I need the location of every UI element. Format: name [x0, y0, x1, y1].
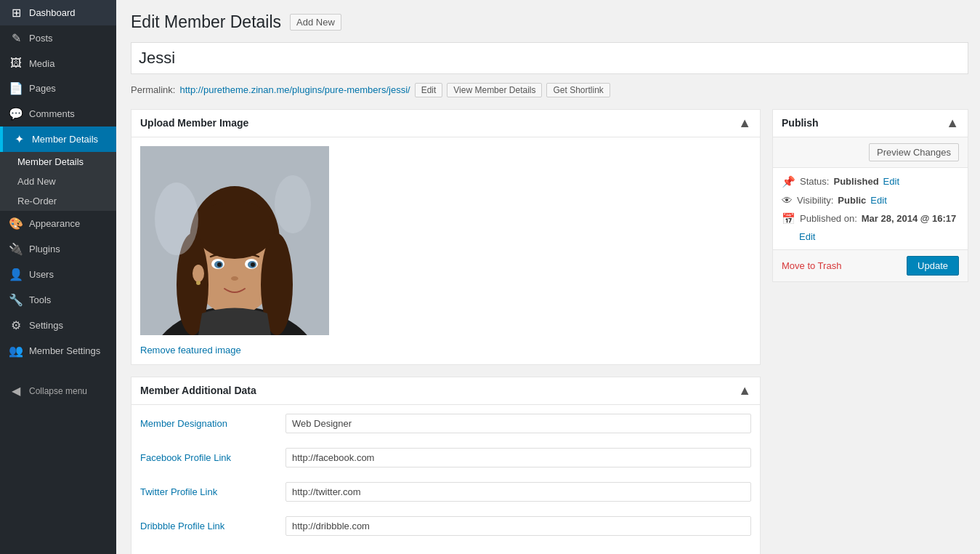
remove-image-link[interactable]: Remove featured image	[140, 345, 241, 356]
twitter-input[interactable]	[286, 482, 751, 502]
tools-icon: 🔧	[9, 293, 23, 307]
sidebar-item-settings[interactable]: ⚙ Settings	[0, 313, 116, 338]
page-title: Edit Member Details	[131, 12, 281, 33]
status-icon: 📌	[782, 175, 795, 188]
status-label: Status:	[800, 176, 829, 187]
upload-image-title: Upload Member Image	[140, 117, 248, 129]
sidebar-item-pages[interactable]: 📄 Pages	[0, 76, 116, 101]
appearance-icon: 🎨	[9, 217, 23, 230]
published-value: Mar 28, 2014 @ 16:17	[862, 213, 956, 224]
calendar-icon: 📅	[782, 212, 795, 225]
sidebar-item-media[interactable]: 🖼 Media	[0, 51, 116, 76]
publish-title: Publish	[782, 117, 819, 129]
move-to-trash-link[interactable]: Move to Trash	[782, 260, 841, 271]
visibility-edit-link[interactable]: Edit	[870, 195, 886, 206]
sidebar-item-users[interactable]: 👤 Users	[0, 262, 116, 287]
get-shortlink-button[interactable]: Get Shortlink	[546, 83, 610, 97]
twitter-label: Twitter Profile Link	[140, 486, 286, 497]
svg-point-16	[231, 276, 238, 281]
sidebar-subitem-re-order[interactable]: Re-Order	[9, 191, 116, 211]
sidebar-subitem-member-details[interactable]: Member Details	[9, 152, 116, 172]
additional-data-body: Member Designation Facebook Profile Link…	[131, 405, 760, 554]
facebook-input[interactable]	[286, 448, 751, 467]
permalink-edit-button[interactable]: Edit	[415, 83, 443, 97]
member-image-container	[140, 146, 329, 337]
additional-data-metabox: Member Additional Data ▲ Member Designat…	[131, 377, 761, 554]
posts-icon: ✎	[9, 31, 23, 45]
upload-image-header[interactable]: Upload Member Image ▲	[131, 110, 760, 137]
view-member-button[interactable]: View Member Details	[447, 83, 542, 97]
preview-changes-button[interactable]: Preview Changes	[869, 143, 959, 161]
member-details-icon: ✦	[12, 132, 26, 146]
sidebar-label-member-settings: Member Settings	[29, 345, 100, 356]
designation-label: Member Designation	[140, 418, 286, 429]
sidebar-subitem-add-new[interactable]: Add New	[9, 172, 116, 191]
upload-image-toggle[interactable]: ▲	[738, 116, 751, 131]
status-edit-link[interactable]: Edit	[883, 176, 899, 187]
sidebar-label-pages: Pages	[29, 83, 56, 94]
permalink-url[interactable]: http://puretheme.zinan.me/plugins/pure-m…	[179, 84, 410, 95]
sidebar-label-member-details: Member Details	[32, 134, 98, 145]
sidebar-sublabel-add-new: Add New	[17, 176, 56, 187]
designation-input[interactable]	[286, 414, 751, 433]
sidebar-item-dashboard[interactable]: ⊞ Dashboard	[0, 0, 116, 25]
upload-image-metabox: Upload Member Image ▲	[131, 109, 761, 365]
content-main: Upload Member Image ▲	[131, 109, 761, 554]
sidebar-item-plugins[interactable]: 🔌 Plugins	[0, 236, 116, 262]
dashboard-icon: ⊞	[9, 6, 23, 20]
svg-point-18	[196, 281, 201, 285]
sidebar-label-posts: Posts	[29, 33, 53, 44]
published-edit-link[interactable]: Edit	[799, 231, 815, 242]
main-content: Edit Member Details Add New Permalink: h…	[116, 0, 980, 554]
media-icon: 🖼	[9, 57, 23, 70]
update-button[interactable]: Update	[907, 256, 959, 276]
published-row: 📅 Published on: Mar 28, 2014 @ 16:17	[782, 212, 959, 225]
visibility-label: Visibility:	[797, 195, 833, 206]
member-settings-icon: 👥	[9, 344, 23, 358]
additional-data-header[interactable]: Member Additional Data ▲	[131, 377, 760, 405]
sidebar-label-users: Users	[29, 269, 54, 280]
sidebar-item-appearance[interactable]: 🎨 Appearance	[0, 211, 116, 236]
permalink-bar: Permalink: http://puretheme.zinan.me/plu…	[131, 83, 968, 97]
svg-point-17	[193, 265, 204, 282]
permalink-label: Permalink:	[131, 84, 175, 95]
publish-actions-top: Preview Changes	[773, 137, 968, 168]
sidebar-item-comments[interactable]: 💬 Comments	[0, 101, 116, 127]
sidebar-sublabel-re-order: Re-Order	[17, 196, 57, 206]
field-row-designation: Member Designation	[140, 414, 751, 433]
sidebar-label-dashboard: Dashboard	[29, 7, 76, 18]
publish-toggle[interactable]: ▲	[946, 116, 959, 131]
collapse-label: Collapse menu	[29, 386, 87, 396]
users-icon: 👤	[9, 268, 23, 281]
add-new-button[interactable]: Add New	[290, 14, 341, 31]
collapse-menu[interactable]: ◀ Collapse menu	[0, 378, 116, 404]
publish-header[interactable]: Publish ▲	[773, 110, 968, 137]
page-header: Edit Member Details Add New	[131, 12, 968, 33]
comments-icon: 💬	[9, 107, 23, 121]
sidebar-sub-menu: Member Details Add New Re-Order	[0, 152, 116, 211]
visibility-icon: 👁	[782, 194, 793, 206]
dribbble-input[interactable]	[286, 516, 751, 536]
svg-point-15	[251, 262, 255, 267]
sidebar-item-posts[interactable]: ✎ Posts	[0, 25, 116, 51]
upload-image-body: Remove featured image	[131, 137, 760, 364]
sidebar-item-member-settings[interactable]: 👥 Member Settings	[0, 338, 116, 364]
sidebar-sublabel-member-details: Member Details	[17, 156, 84, 167]
pages-icon: 📄	[9, 81, 23, 95]
sidebar-label-appearance: Appearance	[29, 218, 80, 229]
sidebar-item-member-details[interactable]: ✦ Member Details	[0, 127, 116, 152]
svg-point-7	[195, 201, 275, 259]
sidebar-label-settings: Settings	[29, 320, 63, 331]
status-row: 📌 Status: Published Edit	[782, 175, 959, 188]
svg-point-19	[155, 182, 198, 255]
svg-point-20	[275, 175, 311, 233]
sidebar-label-comments: Comments	[29, 108, 75, 119]
additional-data-toggle[interactable]: ▲	[738, 383, 751, 398]
additional-data-title: Member Additional Data	[140, 385, 256, 396]
post-title-input[interactable]	[131, 42, 968, 74]
facebook-label: Facebook Profile Link	[140, 452, 286, 463]
sidebar-item-tools[interactable]: 🔧 Tools	[0, 287, 116, 313]
publish-metabox: Publish ▲ Preview Changes 📌 Status: Publ…	[772, 109, 968, 282]
field-row-dribbble: Dribbble Profile Link	[140, 516, 751, 536]
field-row-facebook: Facebook Profile Link	[140, 448, 751, 467]
